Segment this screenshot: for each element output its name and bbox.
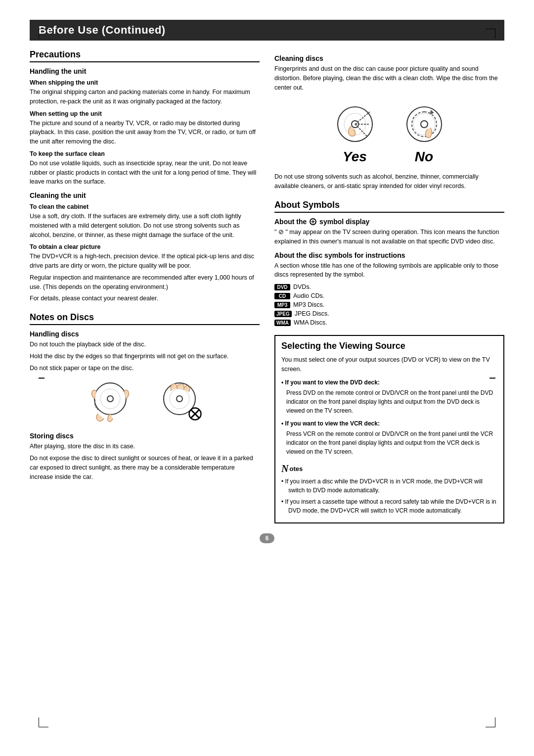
note-item-1: If you insert a disc while the DVD+VCR i… — [281, 477, 497, 495]
dvd-deck-text: Press DVD on the remote control or DVD/V… — [281, 388, 497, 415]
when-shipping-subtitle: When shipping the unit — [30, 79, 260, 86]
precautions-title: Precautions — [30, 49, 260, 62]
handling-discs-line1: Do not touch the playback side of the di… — [30, 340, 260, 349]
note-item-2: If you insert a cassette tape without a … — [281, 497, 497, 515]
disc-item-wma: WMA WMA Discs. — [274, 319, 504, 326]
vcr-deck-title: If you want to view the VCR deck: — [281, 419, 497, 428]
cleaning-discs-title: Cleaning discs — [274, 54, 504, 62]
surface-clean-text: Do not use volatile liquids, such as ins… — [30, 159, 260, 187]
disc-correct-icon — [83, 380, 137, 425]
about-symbols-title: About Symbols — [274, 200, 504, 213]
handling-discs-title: Handling discs — [30, 330, 260, 338]
storing-discs-title: Storing discs — [30, 432, 260, 440]
svg-point-4 — [177, 396, 182, 402]
notes-header: Notes — [281, 463, 497, 474]
handling-unit-title: Handling the unit — [30, 67, 260, 75]
disc-symbols-title: About the disc symbols for instructions — [274, 251, 504, 259]
svg-point-2 — [100, 389, 120, 409]
clean-cabinet-subtitle: To clean the cabinet — [30, 203, 260, 210]
no-disc-icon — [397, 102, 451, 146]
page-title: Before Use (Continued) — [30, 20, 504, 41]
notes-n-letter: N — [281, 463, 288, 474]
when-setting-up-subtitle: When setting up the unit — [30, 110, 260, 117]
yes-item: Yes — [328, 102, 382, 165]
clear-picture-text1: The DVD+VCR is a high-tech, precision de… — [30, 252, 260, 271]
disc-incorrect-icon — [152, 380, 207, 425]
notes-box: Notes If you insert a disc while the DVD… — [281, 463, 497, 515]
svg-point-1 — [107, 396, 113, 402]
mp3-badge: MP3 — [274, 302, 290, 308]
disc-handling-images — [30, 380, 260, 425]
yes-no-images: Yes No — [274, 102, 504, 165]
handling-discs-line3: Do not stick paper or tape on the disc. — [30, 364, 260, 373]
dvd-label: DVDs. — [293, 284, 311, 290]
wma-label: WMA Discs. — [294, 319, 327, 326]
disc-item-jpeg: JPEG JPEG Discs. — [274, 310, 504, 317]
disc-item-mp3: MP3 MP3 Discs. — [274, 301, 504, 308]
right-column: Cleaning discs Fingerprints and dust on … — [274, 49, 504, 523]
corner-mark-br — [486, 717, 495, 727]
dvd-badge: DVD — [274, 284, 290, 290]
page-number-badge: 6 — [260, 533, 275, 543]
svg-marker-15 — [430, 110, 434, 114]
handling-discs-line2: Hold the disc by the edges so that finge… — [30, 352, 260, 361]
vcr-deck-text: Press VCR on the remote control or DVD/V… — [281, 429, 497, 456]
notes-otes-text: otes — [289, 465, 303, 472]
disc-type-list: DVD DVDs. CD Audio CDs. MP3 MP3 Discs. J… — [274, 284, 504, 326]
surface-clean-subtitle: To keep the surface clean — [30, 150, 260, 157]
symbol-display-text: " ⊘ " may appear on the TV screen during… — [274, 228, 504, 246]
corner-mark-tr — [486, 29, 495, 39]
jpeg-label: JPEG Discs. — [295, 310, 329, 317]
corner-mark-tl — [39, 29, 48, 39]
symbol-display-title: About the symbol display — [274, 218, 504, 226]
yes-disc-icon — [328, 102, 382, 146]
dvd-deck-title: If you want to view the DVD deck: — [281, 378, 497, 387]
viewing-source-title: Selecting the Viewing Source — [281, 341, 497, 351]
clear-picture-subtitle: To obtain a clear picture — [30, 243, 260, 250]
viewing-source-intro: You must select one of your output sourc… — [281, 355, 497, 374]
yes-label: Yes — [343, 149, 367, 165]
page-number-container: 6 — [30, 533, 504, 543]
cd-label: Audio CDs. — [293, 292, 324, 299]
viewing-source-box: Selecting the Viewing Source You must se… — [274, 335, 504, 523]
cd-badge: CD — [274, 293, 290, 299]
jpeg-badge: JPEG — [274, 311, 292, 317]
disc-item-cd: CD Audio CDs. — [274, 292, 504, 299]
clean-cabinet-text: Use a soft, dry cloth. If the surfaces a… — [30, 212, 260, 239]
no-label: No — [415, 149, 433, 165]
clear-picture-text2: Regular inspection and maintenance are r… — [30, 273, 260, 292]
svg-point-5 — [170, 389, 189, 409]
mp3-label: MP3 Discs. — [293, 301, 324, 308]
disc-item-dvd: DVD DVDs. — [274, 284, 504, 290]
side-mark-right — [490, 378, 495, 378]
disc-symbols-text: A section whose title has one of the fol… — [274, 261, 504, 280]
storing-discs-text1: After playing, store the disc in its cas… — [30, 442, 260, 451]
storing-discs-text2: Do not expose the disc to direct sunligh… — [30, 454, 260, 481]
notes-on-discs-title: Notes on Discs — [30, 312, 260, 325]
clear-picture-text3: For details, please contact your nearest… — [30, 294, 260, 303]
no-item: No — [397, 102, 451, 165]
svg-point-13 — [421, 121, 428, 128]
when-setting-up-text: The picture and sound of a nearby TV, VC… — [30, 119, 260, 146]
when-shipping-text: The original shipping carton and packing… — [30, 88, 260, 106]
side-mark-left — [39, 378, 44, 378]
cleaning-unit-title: Cleaning the unit — [30, 191, 260, 199]
cleaning-discs-text: Fingerprints and dust on the disc can ca… — [274, 64, 504, 92]
cleaning-discs-after-text: Do not use strong solvents such as alcoh… — [274, 172, 504, 191]
wma-badge: WMA — [274, 320, 291, 326]
corner-mark-bl — [39, 717, 48, 727]
left-column: Precautions Handling the unit When shipp… — [30, 49, 260, 523]
svg-point-0 — [94, 383, 126, 415]
